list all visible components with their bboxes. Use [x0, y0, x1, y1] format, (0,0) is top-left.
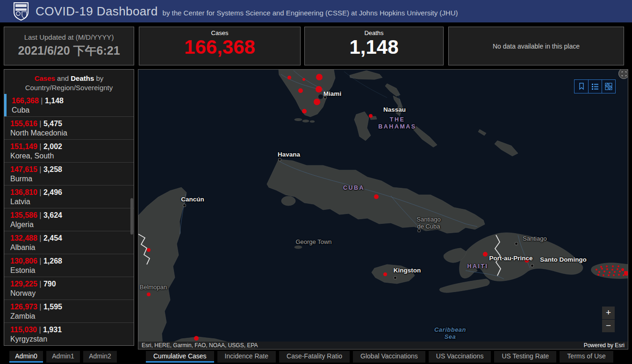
legend-button[interactable] [588, 80, 602, 93]
tab-terms-of-use[interactable]: Terms of Use [560, 351, 613, 363]
country-name: Estonia [10, 266, 134, 275]
case-dot[interactable] [302, 78, 305, 81]
case-dot[interactable] [614, 271, 616, 273]
country-cases-deaths: 166,368 | 1,148 [12, 96, 134, 106]
case-dot[interactable] [609, 271, 610, 273]
country-cases-deaths: 151,149 | 2,002 [10, 142, 134, 151]
city-dot [324, 96, 326, 99]
case-dot[interactable] [600, 266, 602, 268]
case-dot[interactable] [606, 268, 608, 270]
bookmark-button[interactable] [575, 80, 588, 93]
tab-admin0[interactable]: Admin0 [9, 351, 43, 363]
country-name: Burma [10, 174, 134, 184]
case-dot[interactable] [601, 268, 603, 270]
map-attribution: Esri, HERE, Garmin, FAO, NOAA, USGS, EPA [142, 342, 258, 349]
country-name: Norway [10, 289, 134, 298]
country-list-item[interactable]: 115,030 | 1,931Kyrgyzstan [4, 322, 134, 345]
country-list-item[interactable]: 129,225 | 790Norway [4, 277, 134, 300]
tab-admin1[interactable]: Admin1 [46, 351, 80, 363]
tab-us-testing-rate[interactable]: US Testing Rate [494, 351, 556, 363]
total-cases-panel: Cases 166,368 [139, 27, 301, 65]
sidebar-scrollbar-thumb[interactable] [130, 198, 133, 235]
powered-by-esri[interactable]: Powered by Esri [584, 342, 625, 349]
zoom-in-button[interactable]: + [602, 307, 615, 319]
country-cases-deaths: 126,973 | 1,595 [10, 302, 134, 312]
case-dot[interactable] [603, 274, 604, 276]
deaths-label: Deaths [305, 29, 443, 36]
case-dot[interactable] [603, 271, 605, 272]
case-dot[interactable] [316, 86, 322, 93]
country-list-item[interactable]: 155,616 | 5,475North Macedonia [4, 116, 134, 139]
case-dot[interactable] [623, 274, 625, 276]
country-list[interactable]: 166,368 | 1,148Cuba155,616 | 5,475North … [4, 94, 134, 345]
tab-admin2[interactable]: Admin2 [83, 351, 117, 363]
case-dot[interactable] [374, 194, 379, 199]
country-list-item[interactable]: 132,488 | 2,454Albania [4, 231, 134, 254]
city-dot [483, 264, 485, 266]
country-list-item[interactable]: 136,810 | 2,496Latvia [4, 185, 134, 208]
case-dot[interactable] [608, 274, 610, 276]
country-list-item[interactable]: 166,368 | 1,148Cuba [4, 94, 134, 116]
cases-label: Cases [139, 29, 300, 36]
country-cases-deaths: 155,616 | 5,475 [10, 119, 134, 128]
case-dot[interactable] [618, 274, 620, 276]
case-dot[interactable] [618, 265, 619, 267]
country-list-item[interactable]: 147,615 | 3,258Burma [4, 162, 134, 185]
tab-global-vaccinations[interactable]: Global Vaccinations [353, 351, 425, 363]
case-dot[interactable] [619, 271, 621, 272]
country-list-item[interactable]: 135,586 | 3,624Algeria [4, 208, 134, 231]
case-dot[interactable] [383, 272, 387, 276]
country-cases-deaths: 132,488 | 2,454 [10, 234, 134, 243]
case-dot[interactable] [314, 99, 320, 105]
last-updated-panel: Last Updated at (M/D/YYYY) 2021/6/20 下午6… [4, 27, 134, 65]
case-dot[interactable] [287, 76, 291, 79]
expand-button[interactable] [618, 69, 628, 79]
case-dot[interactable] [621, 268, 624, 271]
country-name: Algeria [10, 220, 134, 229]
case-dot[interactable] [483, 252, 488, 257]
case-dot[interactable] [596, 269, 597, 271]
case-dot[interactable] [613, 274, 615, 276]
city-dot [515, 243, 517, 245]
case-dot[interactable] [598, 271, 600, 273]
basemap-grid-icon [604, 82, 613, 91]
case-dot[interactable] [597, 274, 599, 276]
tab-case-fatality-ratio[interactable]: Case-Fatality Ratio [279, 351, 350, 363]
zoom-out-button[interactable]: − [602, 320, 615, 332]
no-data-panel: No data available in this place [448, 27, 624, 65]
case-dot[interactable] [606, 265, 608, 267]
case-dot[interactable] [611, 269, 613, 271]
map-toolbar [574, 79, 616, 93]
country-list-subtitle: Country/Region/Sovereignty [4, 83, 134, 93]
case-dot[interactable] [147, 293, 151, 296]
city-dot [418, 229, 420, 232]
country-list-item[interactable]: 126,973 | 1,595Zambia [4, 300, 134, 322]
country-name: Cuba [12, 106, 134, 115]
case-dot[interactable] [194, 336, 199, 341]
case-dot[interactable] [302, 109, 307, 114]
case-dot[interactable] [147, 248, 151, 252]
cases-value: 166,368 [139, 37, 300, 57]
tab-us-vaccinations[interactable]: US Vaccinations [429, 351, 491, 363]
last-updated-value: 2021/6/20 下午6:21 [4, 43, 134, 58]
city-dot [183, 204, 186, 207]
case-dot[interactable] [612, 265, 614, 267]
case-dot[interactable] [316, 74, 323, 80]
map-canvas[interactable] [138, 70, 628, 350]
basemap-button[interactable] [602, 80, 615, 93]
country-cases-deaths: 129,225 | 790 [10, 279, 134, 289]
case-dot[interactable] [617, 268, 618, 270]
country-list-item[interactable]: 130,806 | 1,268Estonia [4, 254, 134, 277]
country-cases-deaths: 115,030 | 1,931 [10, 325, 134, 335]
country-list-item[interactable]: 151,149 | 2,002Korea, South [4, 139, 134, 162]
city-dot [531, 264, 533, 267]
tab-incidence-rate[interactable]: Incidence Rate [217, 351, 276, 363]
map-panel[interactable]: MiamiNassauTHE BAHAMASHavanaCUBACancúnSa… [138, 69, 628, 350]
tab-cumulative-cases[interactable]: Cumulative Cases [146, 351, 214, 363]
map-attribution-bar: Esri, HERE, Garmin, FAO, NOAA, USGS, EPA… [138, 342, 628, 349]
case-dot[interactable] [298, 88, 303, 93]
city-dot [279, 158, 281, 161]
case-dot[interactable] [524, 258, 529, 263]
case-dot[interactable] [369, 114, 373, 118]
country-list-header: Cases and Deaths by Country/Region/Sover… [4, 70, 134, 94]
